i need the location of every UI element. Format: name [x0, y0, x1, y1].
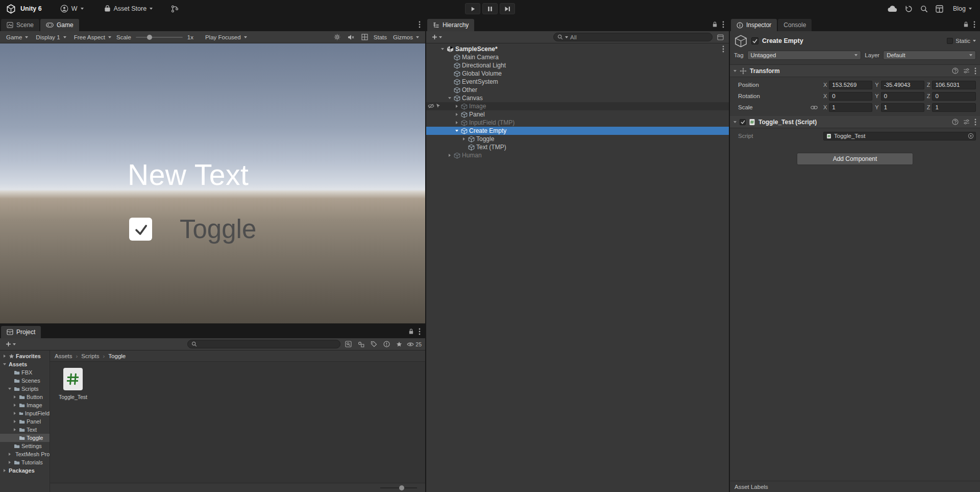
open-in-search-icon[interactable]	[343, 339, 353, 349]
tree-item-folder[interactable]: Tutorials	[0, 458, 50, 466]
layer-dropdown[interactable]: Default	[883, 51, 976, 60]
presets-icon[interactable]	[963, 68, 970, 74]
speaker-mute-icon[interactable]	[346, 32, 356, 42]
kebab-menu-icon[interactable]	[419, 21, 421, 28]
account-menu[interactable]: W	[58, 4, 86, 14]
lock-icon[interactable]	[963, 21, 969, 28]
foldout-icon[interactable]	[456, 121, 458, 124]
breadcrumb-scripts[interactable]: Scripts	[81, 353, 99, 359]
kebab-menu-icon[interactable]	[973, 21, 975, 28]
display-dropdown[interactable]: Display 1	[33, 32, 68, 42]
asset-toggle-test-script[interactable]: Toggle_Test	[56, 366, 90, 400]
hierarchy-item-inactive[interactable]: InputField (TMP)	[426, 119, 729, 127]
rotation-x-field[interactable]: 0	[829, 92, 872, 101]
lock-icon[interactable]	[712, 21, 718, 28]
tree-item-folder[interactable]: Scripts	[0, 385, 50, 393]
hidden-packages-toggle[interactable]: 25	[407, 339, 422, 349]
help-icon[interactable]	[952, 119, 959, 125]
stats-toggle[interactable]: Stats	[374, 34, 387, 40]
tree-item-folder[interactable]: Scenes	[0, 377, 50, 385]
gameobject-name-field[interactable]: Create Empty	[762, 37, 943, 44]
position-z-field[interactable]: 106.5031	[932, 81, 976, 89]
foldout-icon[interactable]	[14, 420, 16, 423]
history-icon[interactable]	[905, 5, 913, 13]
import-alert-icon[interactable]	[381, 339, 391, 349]
position-y-field[interactable]: -35.49043	[881, 81, 924, 89]
tree-item-folder[interactable]: Panel	[0, 417, 50, 426]
foldout-icon[interactable]	[441, 48, 444, 50]
foldout-icon[interactable]	[14, 404, 16, 407]
tree-item-assets[interactable]: Assets	[0, 360, 50, 368]
tree-item-folder-selected[interactable]: Toggle	[0, 434, 50, 442]
search-icon[interactable]	[920, 5, 928, 13]
presets-icon[interactable]	[963, 119, 970, 125]
layout-grid-icon[interactable]	[936, 5, 943, 13]
tree-item-folder[interactable]: Image	[0, 401, 50, 409]
hierarchy-item[interactable]: Other	[426, 86, 729, 94]
grid-icon[interactable]	[360, 32, 370, 42]
asset-labels-section[interactable]: Asset Labels	[730, 481, 980, 492]
kebab-menu-icon[interactable]	[722, 45, 729, 53]
foldout-icon[interactable]	[4, 355, 6, 358]
play-focused-dropdown[interactable]: Play Focused	[203, 32, 250, 42]
foldout-icon[interactable]	[14, 412, 16, 415]
tree-item-folder[interactable]: InputField	[0, 409, 50, 417]
static-dropdown[interactable]: Static	[947, 38, 976, 44]
tab-project[interactable]: Project	[1, 326, 41, 338]
hierarchy-scene-row[interactable]: SampleScene*	[426, 45, 729, 53]
game-mode-dropdown[interactable]: Game	[4, 32, 31, 42]
hierarchy-item[interactable]: Canvas	[426, 94, 729, 102]
foldout-icon[interactable]	[456, 105, 458, 108]
tree-item-favorites[interactable]: Favorites	[0, 352, 50, 360]
pause-button[interactable]	[482, 3, 498, 14]
tree-item-folder[interactable]: Button	[0, 393, 50, 401]
hierarchy-search-input[interactable]: All	[553, 33, 713, 41]
foldout-icon[interactable]	[9, 461, 11, 464]
active-checkbox[interactable]	[751, 37, 758, 44]
hierarchy-item[interactable]: Toggle	[426, 135, 729, 143]
transform-component-header[interactable]: Transform	[730, 65, 980, 77]
add-component-button[interactable]: Add Component	[797, 153, 913, 165]
foldout-icon[interactable]	[463, 137, 465, 140]
visibility-off-icon[interactable]	[428, 103, 434, 109]
tree-item-folder[interactable]: FBX	[0, 368, 50, 377]
foldout-icon[interactable]	[14, 428, 16, 431]
thumbnail-zoom-knob[interactable]	[399, 485, 404, 490]
search-filter-caret-icon[interactable]	[565, 36, 568, 38]
hierarchy-item[interactable]: Main Camera	[426, 53, 729, 61]
cloud-icon[interactable]	[888, 6, 897, 12]
foldout-icon[interactable]	[3, 363, 6, 365]
foldout-icon[interactable]	[455, 130, 458, 132]
position-x-field[interactable]: 153.5269	[829, 81, 872, 89]
sun-icon[interactable]	[332, 32, 342, 42]
scale-y-field[interactable]: 1	[881, 103, 924, 112]
star-icon[interactable]	[394, 339, 404, 349]
kebab-menu-icon[interactable]	[419, 328, 421, 335]
breadcrumb-toggle[interactable]: Toggle	[108, 353, 126, 359]
tree-item-packages[interactable]: Packages	[0, 466, 50, 475]
tab-inspector[interactable]: Inspector	[731, 19, 777, 31]
kebab-menu-icon[interactable]	[974, 119, 976, 126]
hierarchy-item[interactable]: Text (TMP)	[426, 143, 729, 151]
tree-item-folder[interactable]: Settings	[0, 442, 50, 450]
tab-scene[interactable]: Scene	[1, 19, 39, 31]
scale-slider[interactable]	[136, 37, 183, 38]
label-tag-icon[interactable]	[369, 339, 379, 349]
scale-x-field[interactable]: 1	[829, 103, 872, 112]
breadcrumb-assets[interactable]: Assets	[55, 353, 72, 359]
game-toggle-checkbox[interactable]	[129, 218, 152, 241]
hierarchy-item[interactable]: Global Volume	[426, 69, 729, 78]
tab-console[interactable]: Console	[778, 19, 812, 31]
kebab-menu-icon[interactable]	[974, 67, 976, 75]
thumbnail-zoom-slider[interactable]	[380, 487, 417, 488]
kebab-menu-icon[interactable]	[722, 21, 724, 28]
link-constrain-icon[interactable]	[811, 105, 818, 110]
gizmos-dropdown[interactable]: Gizmos	[390, 32, 422, 42]
unity-logo-icon[interactable]	[6, 4, 16, 14]
game-view[interactable]: New Text Toggle	[0, 43, 425, 323]
object-picker-icon[interactable]	[968, 133, 974, 139]
hierarchy-item[interactable]: EventSystem	[426, 78, 729, 86]
foldout-icon[interactable]	[14, 395, 16, 399]
script-component-header[interactable]: Toggle_Test (Script)	[730, 116, 980, 128]
hierarchy-item[interactable]: Directional Light	[426, 61, 729, 69]
